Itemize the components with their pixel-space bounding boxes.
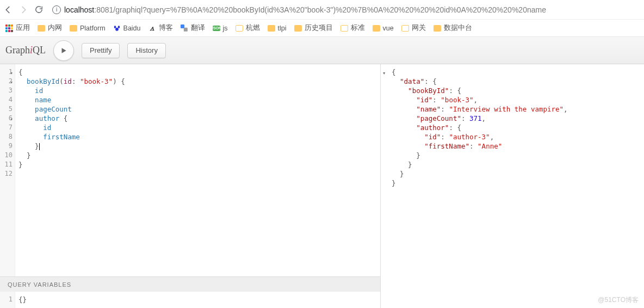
folder-icon <box>340 25 348 32</box>
folder-icon <box>236 25 243 32</box>
bookmark-vue[interactable]: vue <box>373 24 394 32</box>
bookmark-tlpi[interactable]: tlpi <box>268 24 287 32</box>
bookmarks-bar: 应用 内网 Platform Baidu ᴧ博客 翻译 JSONjs 杭燃 tl… <box>0 20 644 37</box>
apps-icon <box>5 24 13 32</box>
apps-shortcut[interactable]: 应用 <box>5 23 30 33</box>
query-editor[interactable]: 1▾ 2▾ 345 6▾ 789101112 { bookById(id: "b… <box>0 64 380 276</box>
watermark: @51CTO博客 <box>598 295 639 305</box>
site-info-icon[interactable]: i <box>52 5 61 14</box>
query-pane: 1▾ 2▾ 345 6▾ 789101112 { bookById(id: "b… <box>0 64 381 308</box>
json-icon: JSON <box>213 24 220 32</box>
bookmark-数据中台[interactable]: 数据中台 <box>434 23 472 33</box>
folder-icon <box>434 25 441 32</box>
url-bar[interactable]: i localhost:8081/graphiql?query=%7B%0A%2… <box>49 5 641 14</box>
reload-button[interactable] <box>34 5 44 15</box>
folder-icon <box>401 25 409 32</box>
bookmark-baidu[interactable]: Baidu <box>113 24 141 32</box>
query-code[interactable]: { bookById(id: "book-3") { id name pageC… <box>15 64 380 276</box>
bookmark-js[interactable]: JSONjs <box>213 24 228 32</box>
bookmark-博客[interactable]: ᴧ博客 <box>148 23 173 33</box>
folder-icon <box>268 25 275 32</box>
blog-icon: ᴧ <box>148 24 156 32</box>
svg-rect-1 <box>183 27 187 31</box>
svg-rect-0 <box>181 24 184 28</box>
history-button[interactable]: History <box>127 43 165 58</box>
folder-icon <box>70 25 77 32</box>
bookmark-杭燃[interactable]: 杭燃 <box>236 23 260 33</box>
forward-button[interactable] <box>18 5 28 15</box>
execute-button[interactable] <box>53 40 74 61</box>
translate-icon <box>181 24 188 32</box>
vars-code[interactable]: {} <box>15 292 380 308</box>
query-variables-editor[interactable]: 1 {} <box>0 292 380 308</box>
vars-gutter: 1 <box>0 292 15 308</box>
result-gutter: ▾ ▾ ▾ ▾ <box>381 64 388 308</box>
play-icon <box>60 47 67 54</box>
graphiql-logo: GraphiQL <box>5 45 46 56</box>
result-pane: ▾ ▾ ▾ ▾ { "data": { "bookById": { "id": … <box>381 64 644 308</box>
graphiql-toolbar: GraphiQL Prettify History <box>0 37 644 64</box>
line-gutter: 1▾ 2▾ 345 6▾ 789101112 <box>0 64 15 276</box>
prettify-button[interactable]: Prettify <box>82 43 120 58</box>
graphiql-main: 1▾ 2▾ 345 6▾ 789101112 { bookById(id: "b… <box>0 64 644 308</box>
url-text: localhost:8081/graphiql?query=%7B%0A%20%… <box>64 5 546 14</box>
bookmark-标准[interactable]: 标准 <box>340 23 365 33</box>
back-button[interactable] <box>3 5 13 15</box>
bookmark-翻译[interactable]: 翻译 <box>181 23 205 33</box>
baidu-icon <box>113 24 121 32</box>
bookmark-历史项目[interactable]: 历史项目 <box>294 23 333 33</box>
folder-icon <box>38 25 45 32</box>
bookmark-platform[interactable]: Platform <box>70 24 106 32</box>
browser-nav-bar: i localhost:8081/graphiql?query=%7B%0A%2… <box>0 0 644 20</box>
folder-icon <box>294 25 302 32</box>
apps-label: 应用 <box>16 23 30 33</box>
folder-icon <box>373 25 380 32</box>
bookmark-网关[interactable]: 网关 <box>401 23 426 33</box>
result-code[interactable]: { "data": { "bookById": { "id": "book-3"… <box>388 64 644 308</box>
bookmark-内网[interactable]: 内网 <box>38 23 62 33</box>
query-variables-header[interactable]: QUERY VARIABLES <box>0 276 380 292</box>
